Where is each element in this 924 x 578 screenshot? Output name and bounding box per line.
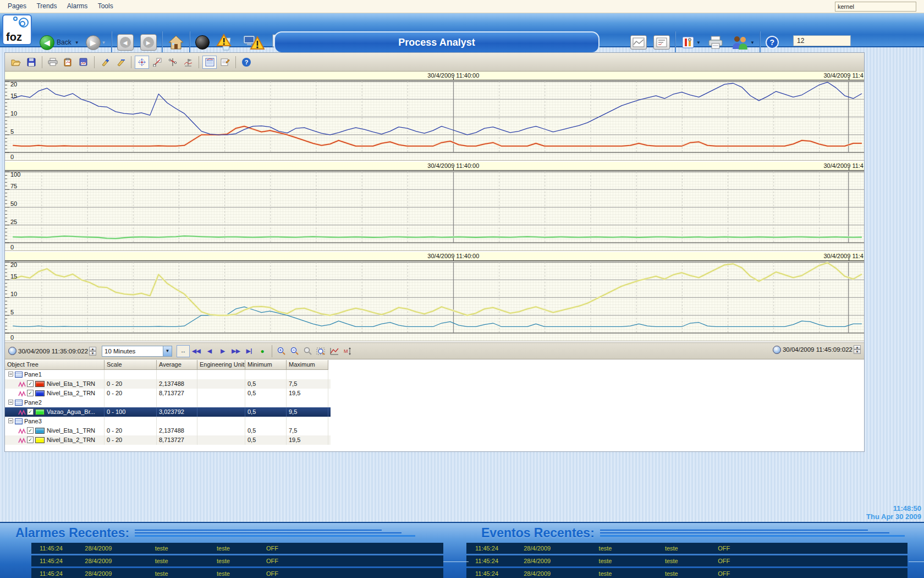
autoscale-button[interactable]: M [341,345,354,357]
pen-row[interactable]: ✓Vazao_Agua_Br...0 - 1003,0237920,59,5 [5,407,331,417]
pane-group-row[interactable]: Pane1 [5,370,331,379]
event-date: 28/4/2009 [524,545,551,552]
previous-page-button[interactable]: ◀ [114,31,137,54]
band-divider-line [909,561,924,562]
axis-tick [849,168,849,170]
menu-tools[interactable]: Tools [98,2,113,10]
collapse-icon[interactable] [8,372,13,377]
column-header-average[interactable]: Average [157,360,197,370]
jump-start-button[interactable]: ◀◀ [191,345,202,357]
dropdown-arrow-icon[interactable]: ▼ [163,346,172,356]
pen-visible-checkbox[interactable]: ✓ [27,390,34,396]
back-button[interactable]: ◀ Back ▼ [36,31,82,54]
column-header-minimum[interactable]: Minimum [245,360,287,370]
step-back-button[interactable]: ◀ [204,345,215,357]
tools-dropdown-icon[interactable]: ▼ [696,40,701,45]
trend-charts-area[interactable]: 30/4/2009 11:40:0030/4/2009 11:405101520… [5,72,864,342]
column-header-engineering-units[interactable]: Engineering Units [197,360,245,370]
open-view-button[interactable] [9,56,23,69]
print-trend-button[interactable] [46,56,60,69]
empty-cell [105,370,157,379]
pen-row[interactable]: ✓Nivel_Eta_2_TRN0 - 208,7137270,519,5 [5,435,331,445]
alarm-time: 11:45:24 [40,570,63,577]
zoom-in-button[interactable] [275,345,288,357]
zoom-out-icon [290,347,299,356]
menu-alarms[interactable]: Alarms [67,2,87,10]
svg-text:M: M [344,348,348,354]
kernel-input[interactable] [835,2,916,12]
properties-button[interactable] [218,56,232,69]
start-clock-icon[interactable] [8,347,16,355]
event-row[interactable]: 11:45:2428/4/2009testetesteOFF [466,543,908,554]
alarm-row[interactable]: 11:45:2428/4/2009testetesteOFF [31,568,443,578]
end-time-field[interactable]: 30/04/2009 11:45:09:022 [783,346,853,353]
time-span-select[interactable]: 10 Minutes ▼ [102,346,172,357]
home-button[interactable] [164,31,188,54]
copy-to-clipboard-button[interactable] [61,56,75,69]
column-header-object-tree[interactable]: Object Tree [5,360,105,370]
print-button[interactable] [704,31,727,54]
back-dropdown-icon[interactable]: ▼ [75,40,79,45]
pen-visible-checkbox[interactable]: ✓ [27,380,34,387]
silence-alarms-button[interactable] [213,31,239,54]
alarm-row[interactable]: 11:45:2428/4/2009testetesteOFF [31,555,443,566]
pen-row[interactable]: ✓Nivel_Eta_2_TRN0 - 208,7137270,519,5 [5,389,331,398]
collapse-icon[interactable] [8,418,13,423]
collapse-icon[interactable] [8,400,13,405]
zoom-box-button[interactable] [315,345,328,357]
trend-page-button[interactable] [627,31,650,54]
lock-span-button[interactable]: ↔ [177,345,190,357]
report-button[interactable] [650,31,673,54]
add-pen-button[interactable] [98,56,112,69]
help-button[interactable]: ? [762,31,782,54]
column-header-scale[interactable]: Scale [105,360,157,370]
forward-button[interactable]: ▶ ▼ [82,31,109,54]
zoom-reset-button[interactable] [301,345,315,357]
pen-name-cell: ✓Nivel_Eta_2_TRN [5,389,105,398]
users-dropdown-icon[interactable]: ▼ [750,40,755,45]
chart-plot-1[interactable]: 05101520 [5,80,864,161]
hardware-alarms-button[interactable] [239,31,268,54]
foz-logo[interactable]: foz [2,14,32,45]
page-number-field[interactable] [793,35,851,46]
start-time-field[interactable]: 30/04/2009 11:35:09:022 [18,348,88,355]
zoom-out-button[interactable] [288,345,301,357]
column-header-maximum[interactable]: Maximum [287,360,328,370]
next-page-button[interactable]: ▶ [137,31,160,54]
jump-end-button[interactable]: ▶| [244,345,255,357]
pan-tool-button[interactable] [181,56,195,69]
pen-visible-checkbox[interactable]: ✓ [27,437,34,443]
alarm-row[interactable]: 11:45:2428/4/2009testetesteOFF [31,543,443,554]
start-time-spinner[interactable]: ▲▼ [89,347,96,356]
pane-group-row[interactable]: Pane2 [5,398,331,407]
remove-pen-button[interactable] [113,56,128,69]
object-view-button[interactable] [202,56,217,69]
select-tool-button[interactable] [135,56,149,69]
pen-row[interactable]: ✓Nivel_Eta_1_TRN0 - 202,1374880,57,5 [5,379,331,389]
pen-visible-checkbox[interactable]: ✓ [27,427,34,434]
sound-button[interactable] [192,31,213,54]
end-clock-icon[interactable] [773,346,781,354]
menu-trends[interactable]: Trends [36,2,57,10]
pen-visible-checkbox[interactable]: ✓ [27,408,34,415]
cursor-lines-button[interactable] [166,56,180,69]
event-row[interactable]: 11:45:2428/4/2009testetesteOFF [466,568,908,578]
step-forward-button[interactable]: ▶ [217,345,228,357]
tools-button[interactable]: ▼ [678,31,704,54]
pen-row[interactable]: ✓Nivel_Eta_1_TRN0 - 202,1374880,57,5 [5,426,331,435]
chart-plot-2[interactable]: 0255075100 [5,171,864,251]
compare-scales-button[interactable] [328,345,341,357]
jump-forward-button[interactable]: ▶▶ [230,345,241,357]
save-view-button[interactable] [24,56,38,69]
chart-plot-3[interactable]: 05101520 [5,261,864,341]
live-mode-button[interactable]: ● [257,345,268,357]
zoom-tool-button[interactable] [150,56,164,69]
event-row[interactable]: 11:45:2428/4/2009testetesteOFF [466,555,908,566]
menu-pages[interactable]: Pages [8,2,26,10]
trend-chart-icon [632,37,645,47]
pane-group-row[interactable]: Pane3 [5,417,331,426]
end-time-spinner[interactable]: ▲▼ [854,345,861,354]
export-data-button[interactable] [76,56,91,69]
users-button[interactable]: ▼ [727,31,758,54]
analyst-help-button[interactable]: ? [239,56,254,69]
